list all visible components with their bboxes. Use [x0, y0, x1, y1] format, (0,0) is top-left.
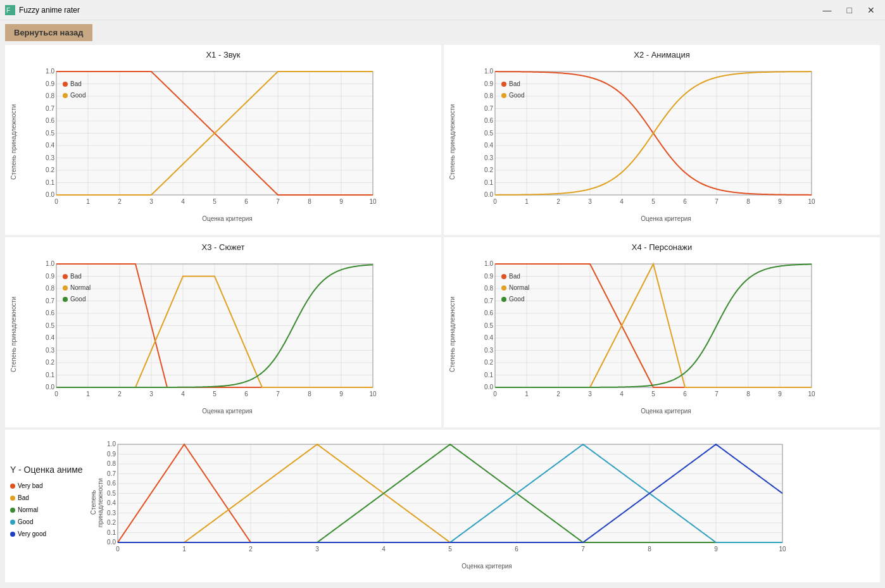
minimize-button[interactable]: — [818, 4, 837, 16]
chart-x4-inner: Оценка критерия [457, 254, 875, 415]
legend-good-dot [10, 520, 15, 525]
svg-text:F: F [6, 7, 10, 14]
chart-y: Y - Оценка аниме Very bad Bad Normal [5, 430, 880, 582]
chart-y-legend: Very bad Bad Normal Good [10, 480, 99, 540]
chart-x3-xlabel: Оценка критерия [18, 408, 436, 415]
legend-very-bad: Very bad [10, 480, 99, 492]
app-icon: F [5, 5, 15, 15]
legend-normal-label: Normal [18, 504, 38, 516]
maximize-button[interactable]: □ [842, 4, 857, 16]
chart-x1-wrapper: Степень принадлежности Оценка критерия [10, 62, 436, 222]
chart-x2-xlabel: Оценка критерия [457, 215, 875, 222]
close-button[interactable]: ✕ [862, 4, 880, 16]
legend-normal: Normal [10, 504, 99, 516]
legend-normal-dot [10, 508, 15, 513]
chart-x2-wrapper: Степень принадлежности Оценка критерия [449, 62, 875, 222]
chart-x3-title: X3 - Сюжет [10, 242, 436, 252]
chart-x4: X4 - Персонажи Степень принадлежности Оц… [444, 237, 880, 427]
chart-x4-ylabel: Степень принадлежности [449, 254, 456, 415]
legend-bad: Bad [10, 492, 99, 504]
chart-x3-ylabel: Степень принадлежности [10, 254, 17, 415]
chart-x1-inner: Оценка критерия [18, 62, 436, 222]
chart-x1-ylabel: Степень принадлежности [10, 62, 17, 222]
chart-x2-title: X2 - Анимация [449, 50, 875, 59]
chart-x2-ylabel: Степень принадлежности [449, 62, 456, 222]
legend-bad-label: Bad [18, 492, 29, 504]
legend-very-bad-label: Very bad [18, 480, 42, 492]
chart-x1-xlabel: Оценка критерия [18, 215, 436, 222]
chart-x3-wrapper: Степень принадлежности Оценка критерия [10, 254, 436, 415]
legend-very-good-label: Very good [18, 528, 46, 540]
title-bar-controls: — □ ✕ [818, 4, 880, 16]
chart-x4-title: X4 - Персонажи [449, 242, 875, 252]
chart-x2-inner: Оценка критерия [457, 62, 875, 222]
legend-very-good-dot [10, 532, 15, 537]
chart-y-wrapper: Y - Оценка аниме Very bad Bad Normal [10, 435, 875, 570]
chart-y-ylabel: Степень принадлежности [90, 468, 104, 536]
legend-very-good: Very good [10, 528, 99, 540]
chart-x1: X1 - Звук Степень принадлежности Оценка … [5, 45, 441, 235]
chart-x3-inner: Оценка критерия [18, 254, 436, 415]
chart-y-area: Степень принадлежности Оценка критерия [99, 435, 875, 570]
chart-x2: X2 - Анимация Степень принадлежности Оце… [444, 45, 880, 235]
chart-y-xlabel: Оценка критерия [99, 563, 875, 570]
legend-good: Good [10, 516, 99, 528]
legend-very-bad-dot [10, 484, 15, 489]
legend-good-label: Good [18, 516, 33, 528]
chart-y-left: Y - Оценка аниме Very bad Bad Normal [10, 465, 99, 540]
chart-x4-xlabel: Оценка критерия [457, 408, 875, 415]
content-area: X1 - Звук Степень принадлежности Оценка … [0, 45, 885, 587]
chart-x1-title: X1 - Звук [10, 50, 436, 59]
back-button[interactable]: Вернуться назад [5, 24, 92, 41]
title-bar: F Fuzzy anime rater — □ ✕ [0, 0, 885, 20]
app-title: Fuzzy anime rater [19, 6, 80, 15]
chart-x3: X3 - Сюжет Степень принадлежности Оценка… [5, 237, 441, 427]
chart-y-title: Y - Оценка аниме [10, 465, 99, 475]
legend-bad-dot [10, 496, 15, 501]
title-bar-left: F Fuzzy anime rater [5, 5, 80, 15]
chart-x4-wrapper: Степень принадлежности Оценка критерия [449, 254, 875, 415]
